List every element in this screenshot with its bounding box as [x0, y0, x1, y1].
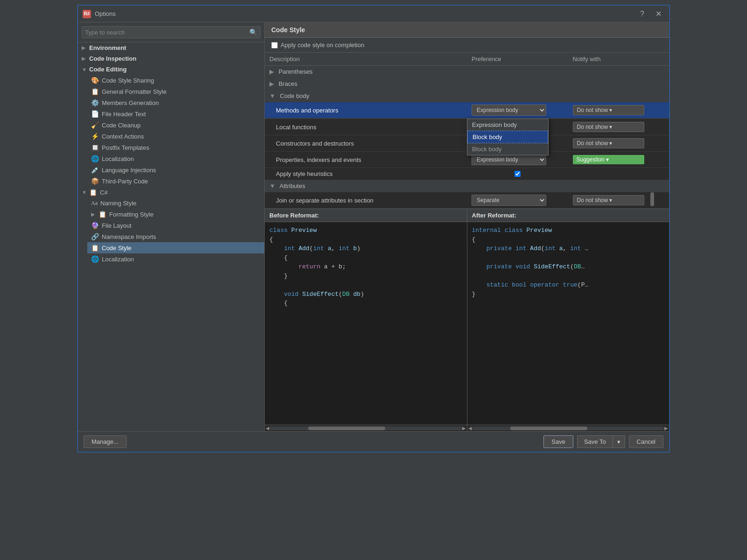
sidebar-item-file-layout[interactable]: 🔮 File Layout — [87, 220, 264, 231]
sidebar-item-code-style-sharing[interactable]: 🎨 Code Style Sharing — [87, 75, 264, 86]
notify-badge[interactable]: Do not show ▾ — [573, 138, 644, 148]
title-bar-controls: ? ✕ — [637, 8, 664, 19]
properties-select[interactable]: Expression body Block body — [472, 154, 546, 165]
sidebar-item-namespace-imports[interactable]: 🔗 Namespace Imports — [87, 231, 264, 242]
id-preview2: Preview — [527, 227, 552, 234]
sidebar-item-code-cleanup[interactable]: 🧹 Code Cleanup — [87, 119, 264, 131]
scroll-left-arrow-icon2[interactable]: ◀ — [468, 426, 472, 431]
row-preference[interactable]: Separate Join — [467, 192, 568, 209]
sidebar-item-formatting-style[interactable]: ▶ 📋 Formatting Style — [87, 209, 264, 220]
scroll-right-arrow-icon2[interactable]: ▶ — [664, 426, 668, 431]
sidebar-tree: ▶ Environment ▶ Code Inspection ▼ Code E… — [78, 42, 264, 431]
sidebar-item-file-header[interactable]: 📄 File Header Text — [87, 108, 264, 119]
item-icon: 🌐 — [91, 155, 99, 162]
notify-label: Do not show — [577, 107, 608, 113]
preview-panels: Before Reformat: class Preview { int Add… — [265, 209, 669, 431]
col-description: Description — [265, 53, 467, 66]
row-notify[interactable]: Do not show ▾ — [568, 135, 649, 152]
suggestion-badge[interactable]: Suggestion ▾ — [573, 155, 644, 164]
search-input[interactable] — [85, 29, 249, 36]
heuristics-checkbox[interactable] — [514, 171, 521, 177]
table-row-join-separate[interactable]: Join or separate attributes in section S… — [265, 192, 669, 209]
preference-dropdown-cell: Expression body Block body — [472, 154, 564, 165]
sidebar-item-general-formatter[interactable]: 📋 General Formatter Style — [87, 86, 264, 97]
sidebar-item-language-injections[interactable]: 💉 Language Injections — [87, 164, 264, 175]
row-preference[interactable] — [467, 168, 568, 180]
sidebar-item-label: Context Actions — [102, 133, 144, 140]
row-description: Apply style heuristics — [265, 168, 467, 180]
after-code-area[interactable]: internal class Preview { private int Add… — [467, 222, 669, 425]
sidebar-item-localization[interactable]: 🌐 Localization — [87, 153, 264, 164]
item-icon: 📋 — [89, 189, 97, 196]
join-separate-select[interactable]: Separate Join — [472, 195, 546, 206]
dropdown-option-block-body2[interactable]: Block body — [467, 143, 548, 155]
notify-badge[interactable]: Do not show ▾ — [573, 105, 644, 115]
item-icon: Aa — [91, 200, 98, 207]
row-spacer — [649, 119, 669, 135]
close-button[interactable]: ✕ — [653, 8, 664, 19]
param-b: b — [353, 245, 357, 252]
row-notify[interactable]: Do not show ▾ — [568, 192, 649, 209]
section-label: ▼ Attributes — [265, 180, 669, 192]
sidebar-item-localization2[interactable]: 🌐 Localization — [87, 253, 264, 265]
sidebar-item-label: Formatting Style — [109, 211, 154, 218]
col-scrollbar-spacer — [649, 53, 669, 66]
kw-class: class — [269, 227, 288, 234]
dropdown-option-expression-body[interactable]: Expression body — [467, 119, 548, 131]
settings-table: Description Preference Notify with ▶ Par… — [265, 53, 669, 209]
sidebar-item-members-generation[interactable]: ⚙️ Members Generation — [87, 97, 264, 108]
row-notify[interactable]: Suggestion ▾ — [568, 152, 649, 168]
arrow-icon: ▶ — [82, 45, 87, 51]
text-ellipsis2: … — [581, 263, 585, 270]
row-spacer — [649, 135, 669, 152]
sidebar-item-label: Code Style Sharing — [102, 77, 154, 84]
before-code-area[interactable]: class Preview { int Add(int a, int b) { … — [265, 222, 467, 425]
save-button[interactable]: Save — [543, 435, 573, 448]
kw-int4: int — [515, 245, 526, 252]
sidebar-item-third-party-code[interactable]: 📦 Third-Party Code — [87, 175, 264, 187]
section-row-attributes[interactable]: ▼ Attributes — [265, 180, 669, 192]
notify-dropdown-arrow-icon: ▾ — [609, 140, 612, 147]
cancel-button[interactable]: Cancel — [629, 435, 663, 448]
item-icon: 📋 — [91, 244, 99, 252]
before-label: Before Reformat: — [265, 209, 467, 222]
apply-style-checkbox[interactable] — [271, 42, 278, 49]
sidebar-item-code-inspection[interactable]: ▶ Code Inspection — [78, 53, 264, 64]
item-icon: 🔗 — [91, 233, 99, 240]
sidebar-item-label: Code Inspection — [89, 55, 136, 62]
search-input-wrap[interactable]: 🔍 — [82, 26, 261, 38]
bottom-bar-left: Manage... — [84, 435, 127, 448]
section-row-codebody[interactable]: ▼ Code body — [265, 90, 669, 102]
manage-button[interactable]: Manage... — [84, 435, 127, 448]
row-preference[interactable]: Expression body Block body — [467, 102, 568, 119]
methods-preference-select[interactable]: Expression body Block body — [472, 105, 546, 116]
id-add2: Add — [530, 245, 541, 252]
apply-style-checkbox-wrap: Apply code style on completion — [271, 42, 364, 49]
notify-badge[interactable]: Do not show ▾ — [573, 195, 644, 205]
scroll-left-arrow-icon[interactable]: ◀ — [266, 426, 269, 431]
table-row-methods-operators[interactable]: Methods and operators Expression body Bl… — [265, 102, 669, 119]
section-row-braces[interactable]: ▶ Braces — [265, 78, 669, 90]
row-notify[interactable]: Do not show ▾ — [568, 119, 649, 135]
sidebar-item-naming-style[interactable]: Aa Naming Style — [87, 198, 264, 209]
sidebar-item-code-editing[interactable]: ▼ Code Editing — [78, 64, 264, 75]
save-to-button[interactable]: Save To — [577, 435, 613, 448]
help-button[interactable]: ? — [637, 9, 647, 19]
sidebar-item-environment[interactable]: ▶ Environment — [78, 42, 264, 53]
sidebar-item-csharp[interactable]: ▼ 📋 C# — [78, 187, 264, 198]
row-notify[interactable]: Do not show ▾ — [568, 102, 649, 119]
table-row-apply-style[interactable]: Apply style heuristics — [265, 168, 669, 180]
sidebar-item-code-style[interactable]: 📋 Code Style — [87, 242, 264, 253]
sidebar-item-postfix-templates[interactable]: 🔲 Postfix Templates — [87, 142, 264, 153]
sidebar-item-context-actions[interactable]: ⚡ Context Actions — [87, 131, 264, 142]
sidebar-item-label: File Layout — [102, 222, 132, 229]
notify-badge[interactable]: Do not show ▾ — [573, 122, 644, 132]
section-row-parentheses[interactable]: ▶ Parentheses — [265, 66, 669, 78]
save-to-dropdown-button[interactable]: ▼ — [613, 435, 625, 448]
sidebar-item-label: File Header Text — [102, 111, 146, 118]
dropdown-option-block-body[interactable]: Block body — [467, 131, 548, 143]
scrollbar-h-track2 — [472, 427, 665, 430]
scroll-right-arrow-icon[interactable]: ▶ — [462, 426, 466, 431]
brace-open3: { — [284, 300, 288, 307]
item-icon: 🎨 — [91, 77, 99, 84]
